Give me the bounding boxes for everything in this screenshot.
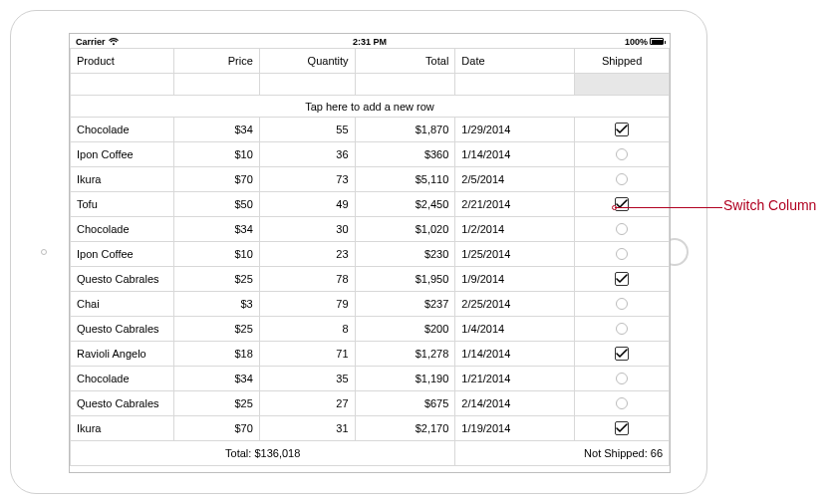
add-new-row[interactable]: Tap here to add a new row	[71, 96, 670, 118]
header-product[interactable]: Product	[71, 49, 174, 74]
cell-date[interactable]: 1/14/2014	[455, 342, 575, 367]
add-new-row-label[interactable]: Tap here to add a new row	[71, 96, 670, 118]
cell-date[interactable]: 1/14/2014	[455, 142, 575, 167]
cell-price[interactable]: $34	[173, 118, 259, 142]
table-row[interactable]: Questo Cabrales$258$2001/4/2014	[71, 317, 670, 342]
cell-total[interactable]: $200	[355, 317, 455, 342]
cell-price[interactable]: $70	[173, 416, 259, 441]
cell-shipped[interactable]	[575, 391, 670, 416]
cell-product[interactable]: Ikura	[71, 167, 174, 192]
cell-total[interactable]: $1,190	[355, 367, 455, 391]
checkbox-checked-icon[interactable]	[615, 197, 629, 211]
cell-product[interactable]: Questo Cabrales	[71, 317, 174, 342]
checkbox-empty-icon[interactable]	[616, 148, 628, 160]
cell-product[interactable]: Chocolade	[71, 217, 174, 242]
cell-shipped[interactable]	[575, 342, 670, 367]
filter-quantity[interactable]	[259, 74, 355, 96]
cell-shipped[interactable]	[575, 167, 670, 192]
table-row[interactable]: Chocolade$3455$1,8701/29/2014	[71, 118, 670, 142]
cell-total[interactable]: $2,170	[355, 416, 455, 441]
cell-quantity[interactable]: 8	[259, 317, 355, 342]
cell-date[interactable]: 1/9/2014	[455, 267, 575, 292]
table-row[interactable]: Chai$379$2372/25/2014	[71, 292, 670, 317]
cell-product[interactable]: Chocolade	[71, 118, 174, 142]
cell-product[interactable]: Chai	[71, 292, 174, 317]
cell-quantity[interactable]: 30	[259, 217, 355, 242]
cell-quantity[interactable]: 35	[259, 367, 355, 391]
cell-shipped[interactable]	[575, 242, 670, 267]
checkbox-checked-icon[interactable]	[615, 272, 629, 286]
header-total[interactable]: Total	[355, 49, 455, 74]
cell-quantity[interactable]: 27	[259, 391, 355, 416]
cell-product[interactable]: Chocolade	[71, 367, 174, 391]
cell-quantity[interactable]: 55	[259, 118, 355, 142]
table-row[interactable]: Questo Cabrales$2527$6752/14/2014	[71, 391, 670, 416]
cell-quantity[interactable]: 23	[259, 242, 355, 267]
cell-price[interactable]: $10	[173, 242, 259, 267]
header-quantity[interactable]: Quantity	[259, 49, 355, 74]
cell-quantity[interactable]: 49	[259, 192, 355, 217]
cell-total[interactable]: $1,278	[355, 342, 455, 367]
checkbox-empty-icon[interactable]	[616, 397, 628, 409]
cell-price[interactable]: $10	[173, 142, 259, 167]
table-row[interactable]: Questo Cabrales$2578$1,9501/9/2014	[71, 267, 670, 292]
cell-price[interactable]: $25	[173, 391, 259, 416]
table-row[interactable]: Chocolade$3430$1,0201/2/2014	[71, 217, 670, 242]
cell-date[interactable]: 1/25/2014	[455, 242, 575, 267]
cell-price[interactable]: $25	[173, 267, 259, 292]
cell-quantity[interactable]: 31	[259, 416, 355, 441]
checkbox-checked-icon[interactable]	[615, 123, 629, 136]
cell-total[interactable]: $5,110	[355, 167, 455, 192]
cell-price[interactable]: $18	[173, 342, 259, 367]
cell-date[interactable]: 2/21/2014	[455, 192, 575, 217]
table-row[interactable]: Ipon Coffee$1036$3601/14/2014	[71, 142, 670, 167]
header-price[interactable]: Price	[173, 49, 259, 74]
cell-shipped[interactable]	[575, 267, 670, 292]
cell-quantity[interactable]: 73	[259, 167, 355, 192]
checkbox-empty-icon[interactable]	[616, 298, 628, 310]
cell-date[interactable]: 2/25/2014	[455, 292, 575, 317]
cell-product[interactable]: Questo Cabrales	[71, 391, 174, 416]
cell-date[interactable]: 2/14/2014	[455, 391, 575, 416]
cell-shipped[interactable]	[575, 142, 670, 167]
table-row[interactable]: Ravioli Angelo$1871$1,2781/14/2014	[71, 342, 670, 367]
cell-total[interactable]: $1,870	[355, 118, 455, 142]
cell-product[interactable]: Questo Cabrales	[71, 267, 174, 292]
cell-date[interactable]: 1/4/2014	[455, 317, 575, 342]
cell-price[interactable]: $50	[173, 192, 259, 217]
cell-total[interactable]: $675	[355, 391, 455, 416]
cell-price[interactable]: $25	[173, 317, 259, 342]
cell-quantity[interactable]: 78	[259, 267, 355, 292]
filter-date[interactable]	[455, 74, 575, 96]
cell-shipped[interactable]	[575, 118, 670, 142]
table-row[interactable]: Tofu$5049$2,4502/21/2014	[71, 192, 670, 217]
cell-shipped[interactable]	[575, 192, 670, 217]
header-date[interactable]: Date	[455, 49, 575, 74]
checkbox-empty-icon[interactable]	[616, 323, 628, 335]
cell-shipped[interactable]	[575, 292, 670, 317]
cell-price[interactable]: $34	[173, 217, 259, 242]
cell-product[interactable]: Tofu	[71, 192, 174, 217]
cell-date[interactable]: 1/19/2014	[455, 416, 575, 441]
filter-shipped[interactable]	[575, 74, 670, 96]
cell-product[interactable]: Ravioli Angelo	[71, 342, 174, 367]
cell-price[interactable]: $34	[173, 367, 259, 391]
filter-total[interactable]	[355, 74, 455, 96]
filter-price[interactable]	[173, 74, 259, 96]
cell-product[interactable]: Ipon Coffee	[71, 142, 174, 167]
table-row[interactable]: Ikura$7073$5,1102/5/2014	[71, 167, 670, 192]
cell-shipped[interactable]	[575, 416, 670, 441]
checkbox-empty-icon[interactable]	[616, 373, 628, 384]
cell-product[interactable]: Ikura	[71, 416, 174, 441]
cell-shipped[interactable]	[575, 317, 670, 342]
cell-date[interactable]: 2/5/2014	[455, 167, 575, 192]
cell-price[interactable]: $70	[173, 167, 259, 192]
table-row[interactable]: Ipon Coffee$1023$2301/25/2014	[71, 242, 670, 267]
table-row[interactable]: Ikura$7031$2,1701/19/2014	[71, 416, 670, 441]
cell-shipped[interactable]	[575, 367, 670, 391]
checkbox-empty-icon[interactable]	[616, 223, 628, 235]
cell-date[interactable]: 1/2/2014	[455, 217, 575, 242]
cell-total[interactable]: $237	[355, 292, 455, 317]
checkbox-empty-icon[interactable]	[616, 173, 628, 185]
cell-total[interactable]: $360	[355, 142, 455, 167]
